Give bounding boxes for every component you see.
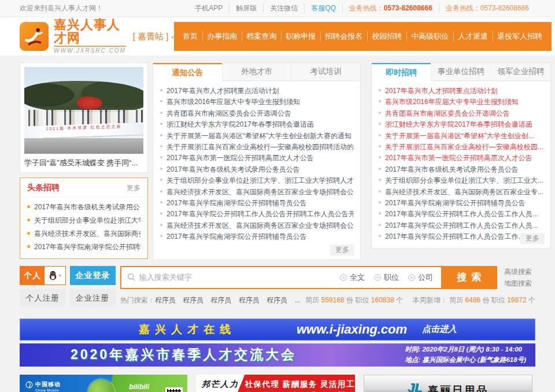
qq-penguin-icon (49, 271, 57, 280)
qq-service-link[interactable]: 客服QQ (304, 3, 342, 13)
banner2-title: 2020年嘉兴市春季人才交流大会 (71, 346, 297, 364)
list-item[interactable]: 2017年嘉兴市各级机关考试录用公务员公告 (160, 164, 353, 175)
list-item[interactable]: 2017年嘉兴学院南湖学院公开招聘辅导员公告 (160, 231, 353, 242)
jaly-ad[interactable]: JL JALY 嘉丽日用品 (364, 375, 532, 392)
hot-term[interactable]: 程序员 (155, 296, 176, 304)
nav-senior-jobs[interactable]: 中高级职位 (406, 31, 453, 42)
nav-title-declare[interactable]: 职称申报 (281, 31, 320, 42)
tab-outoftown-market[interactable]: 外地才市 (222, 63, 291, 81)
stat-label: 职位 (491, 296, 505, 304)
list-item[interactable]: 2017年嘉兴市各级机关考试录用公务员公告 (379, 164, 543, 175)
list-item[interactable]: 关于组织部分企事业单位赴浙江大学、浙江工业大学招聘人才的... (160, 175, 353, 186)
personal-register-button[interactable]: 个人注册 (20, 289, 65, 307)
hot-term[interactable]: 程序员 (239, 296, 260, 304)
nav-dispatch[interactable]: 人才派遣 (453, 31, 493, 42)
photo-ground (24, 138, 143, 154)
list-item[interactable]: 嘉兴市级2016年应届大中专毕业生报到须知 (379, 97, 543, 108)
notice-more-button[interactable]: 更多 (330, 245, 354, 256)
list-item[interactable]: 嘉兴经济技术开发区、嘉兴国际商务区百家企业专场招聘会公告 (160, 220, 353, 231)
list-item[interactable]: 2017年嘉兴市第一医院公开招聘高层次人才公告 (379, 153, 543, 164)
tab-notices[interactable]: 通知公告 (153, 63, 222, 81)
touch-version-link[interactable]: 触屏版 (229, 3, 263, 13)
list-item[interactable]: 共青团嘉兴市南湖区委员会公开选调公告 (160, 108, 353, 119)
list-item[interactable]: 嘉兴经济技术开发区、嘉兴国际商务区百家企业专场招聘会公告 (160, 187, 353, 198)
list-item[interactable]: 2017年嘉兴学院公开招聘工作人员公告开招聘工作人员公告开... (160, 209, 353, 220)
nav-home[interactable]: 首页 (179, 31, 202, 42)
list-item[interactable]: 2017年嘉兴市人才招聘重点活动计划 (160, 86, 353, 97)
substation-selector[interactable]: [ 嘉善站 ] ▾ (133, 31, 174, 42)
nav-veteran-recruit[interactable]: 退役军人招聘 (493, 31, 547, 42)
advanced-search-link[interactable]: 高级搜索 (504, 266, 535, 278)
company-login-button[interactable]: 企业登录 (70, 266, 115, 285)
list-item[interactable]: 2017年嘉兴学院南湖学院公开招聘辅导员公告 (379, 198, 543, 209)
hot-term[interactable]: 程序员 (267, 296, 287, 304)
jaly-name: 嘉丽日用品 (428, 383, 489, 392)
list-item[interactable]: 嘉兴经济技术开发区、嘉兴国际商务区百家企业专... (379, 187, 543, 198)
qq-login-dropdown[interactable]: ▾ (45, 267, 65, 284)
radio-icon[interactable] (374, 274, 381, 281)
hot-search-label: 热门搜索： (120, 295, 155, 305)
list-item[interactable]: 2017年嘉兴市人才招聘重点活动计划 (379, 86, 543, 97)
list-item[interactable]: 浙江财经大学东方学院2017年春季招聘会邀请函 (160, 119, 353, 130)
recruit-list: 2017年嘉兴市人才招聘重点活动计划 嘉兴市级2016年应届大中专毕业生报到须知… (372, 81, 550, 244)
headline-more-link[interactable]: 更多 (127, 183, 140, 193)
nav-archive-search[interactable]: 档案查询 (242, 31, 281, 42)
search-icon (127, 273, 136, 282)
qr-code (165, 387, 183, 392)
recruit-more-button[interactable]: 更多 (520, 233, 545, 244)
scope-fulltext[interactable]: 全文 (340, 272, 365, 283)
list-item[interactable]: 浙江财经大学东方学院2017年春季招聘会邀请函 (379, 119, 543, 130)
banner1-cta: 点击进入 (422, 324, 457, 335)
wechat-link[interactable]: 关注微信 (263, 3, 304, 13)
notice-panel: 通知公告 外地才市 考试培训 2017年嘉兴市人才招聘重点活动计划 嘉兴市级20… (153, 62, 361, 260)
list-item[interactable]: 关于开展第一届嘉兴港区“希望杯”大学生创业创... (379, 131, 543, 142)
list-item[interactable]: 2017年嘉兴学院南湖学院公开招聘辅导员公告 (160, 198, 353, 209)
radio-icon[interactable] (340, 274, 347, 281)
list-item[interactable]: 关于组织部分企事业单位赴浙江大学... (27, 214, 140, 227)
list-item[interactable]: 2017年嘉兴学院南湖学院公开招聘辅... (27, 241, 140, 254)
news-photo-card[interactable]: 2021届·禾禾筑梦·红色之恋之旅 学子回“嘉”感受禾城蝶变 携手同“... (20, 62, 148, 173)
company-register-button[interactable]: 企业注册 (69, 289, 115, 307)
hot-term: ... (294, 296, 300, 304)
list-item[interactable]: 2017年嘉兴市各级机关考试录用公务... (27, 201, 140, 214)
list-item[interactable]: 共青团嘉兴市南湖区委员会公开选调公告 (379, 108, 543, 119)
search-button[interactable]: 搜索 (441, 266, 497, 289)
mobile-app-link[interactable]: 手机APP (188, 3, 229, 13)
list-item[interactable]: 嘉兴经济技术开发区、嘉兴国际商务... (27, 227, 140, 241)
site-logo-icon[interactable] (20, 22, 49, 51)
photo-caption[interactable]: 学子回“嘉”感受禾城蝶变 携手同“... (24, 158, 143, 168)
list-item[interactable]: 嘉兴市级2016年应届大中专毕业生报到须知 (160, 97, 353, 108)
scope-position[interactable]: 职位 (374, 272, 399, 283)
personal-login-button[interactable]: 个人登录 ▾ (20, 266, 66, 285)
nav-jobfair-signup[interactable]: 招聘会报名 (320, 31, 367, 42)
list-item[interactable]: 关于开展浙江嘉兴百家企业高校行—安徽高校校园... (379, 142, 543, 153)
tab-public-institution[interactable]: 事业单位招聘 (431, 63, 490, 81)
china-mobile-ad[interactable]: 中国移动 China Mobile 移动花卡 bilibili 季度会员 (20, 375, 187, 392)
hot-term[interactable]: 程序员 (210, 296, 231, 304)
map-search-link[interactable]: 地图搜索 (504, 278, 535, 289)
list-item[interactable]: 关于开展第一届嘉兴港区“希望杯”大学生创业创新大赛的通知 (160, 131, 353, 142)
substation-label: [ 嘉善站 ] (133, 31, 169, 41)
list-item[interactable]: 2017年嘉兴学院公开招聘工作人员公告工作人员... (379, 220, 543, 231)
hot-term[interactable]: 程序员 (183, 296, 204, 304)
list-item[interactable]: 2017年嘉兴学院公开招聘工作人员公告工作... (379, 231, 543, 242)
bangmang-hr-ad[interactable]: 邦芒人力 50bm.com 社保代理 薪酬服务 灵活用工 业务外包 人事代理 求… (196, 375, 355, 392)
list-item[interactable]: 2017年嘉兴市第一医院公开招聘高层次人才公告 (160, 153, 353, 164)
nav-guide[interactable]: 办事指南 (202, 31, 242, 42)
search-input[interactable] (139, 273, 340, 282)
spring-jobfair-banner[interactable]: 2020年嘉兴市春季人才交流大会 时间: 2020年2月8日 (周六) 8:30… (20, 343, 535, 367)
tab-leading-company[interactable]: 领军企业招聘 (491, 63, 550, 81)
list-item[interactable]: 关于开展浙江嘉兴百家企业高校行—安徽高校校园招聘活动的通... (160, 142, 353, 153)
list-item[interactable]: 2017年嘉兴学院公开招聘工作人员公告工作人员... (379, 209, 543, 220)
tab-instant-recruit[interactable]: 即时招聘 (372, 63, 431, 81)
jiaxing-talent-online-banner[interactable]: 嘉兴人才在线 www.i-jiaxing.com 点击进入 (20, 319, 535, 341)
scope-company[interactable]: 公司 (408, 272, 433, 283)
nav-campus-recruit[interactable]: 校园招聘 (367, 31, 406, 42)
list-item[interactable]: 关于组织部分企事业单位赴浙江大学、浙江工业大... (379, 175, 543, 186)
banner2-place: 地点: 嘉兴国际会展中心 (新气象路618号) (405, 356, 526, 363)
radio-icon[interactable] (408, 274, 415, 281)
tab-exam-training[interactable]: 考试培训 (291, 63, 360, 81)
stat-label: 职位 (355, 296, 369, 304)
stat-value: 6486 (465, 296, 481, 304)
ad-globe-graphic (88, 379, 114, 392)
